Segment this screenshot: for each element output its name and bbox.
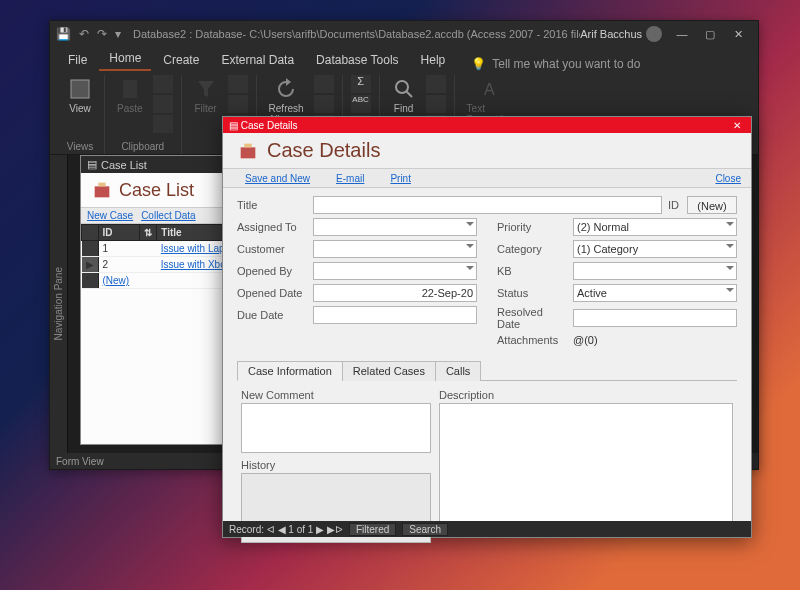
sort-asc-button[interactable] — [228, 75, 248, 93]
avatar-icon — [646, 26, 662, 42]
case-list-tab[interactable]: Case List — [101, 159, 147, 171]
col-id[interactable]: ID — [98, 225, 140, 241]
tell-me-search[interactable]: 💡Tell me what you want to do — [471, 57, 640, 71]
label-id: ID — [668, 199, 679, 211]
goto-button[interactable] — [426, 95, 446, 113]
copy-button[interactable] — [153, 95, 173, 113]
tab-help[interactable]: Help — [411, 49, 456, 71]
priority-combo[interactable]: (2) Normal — [573, 218, 737, 236]
detail-tabs: Case Information Related Cases Calls — [237, 360, 737, 381]
status-combo[interactable]: Active — [573, 284, 737, 302]
attachments-value[interactable]: @(0) — [573, 334, 737, 346]
titlebar: 💾 ↶ ↷ ▾ Database2 : Database- C:\Users\a… — [50, 21, 758, 47]
label-history: History — [241, 459, 431, 471]
svg-rect-0 — [71, 80, 89, 98]
view-button[interactable]: View — [64, 75, 96, 116]
label-kb: KB — [497, 265, 567, 277]
case-details-titlebar[interactable]: ▤ Case Details ✕ — [223, 117, 751, 133]
case-details-window: ▤ Case Details ✕ Case Details Save and N… — [222, 116, 752, 538]
close-window-button[interactable]: ✕ — [729, 120, 745, 131]
account-user[interactable]: Arif Bacchus — [580, 26, 662, 42]
resolved-date-field[interactable] — [573, 309, 737, 327]
navigation-pane-collapsed[interactable]: Navigation Pane — [50, 155, 68, 453]
label-attachments: Attachments — [497, 334, 567, 346]
label-due-date: Due Date — [237, 309, 307, 321]
redo-icon[interactable]: ↷ — [97, 27, 107, 41]
id-field: (New) — [687, 196, 737, 214]
case-icon — [91, 179, 113, 201]
find-button[interactable]: Find — [388, 75, 420, 116]
new-comment-textarea[interactable] — [241, 403, 431, 453]
cut-button[interactable] — [153, 75, 173, 93]
collect-data-link[interactable]: Collect Data — [141, 210, 195, 221]
new-record-button[interactable] — [314, 75, 334, 93]
tab-home[interactable]: Home — [99, 47, 151, 71]
lightbulb-icon: 💡 — [471, 57, 486, 71]
svg-rect-7 — [244, 143, 251, 147]
case-details-heading: Case Details — [223, 133, 751, 168]
case-icon — [237, 140, 259, 162]
label-description: Description — [439, 389, 733, 401]
label-status: Status — [497, 287, 567, 299]
label-opened-date: Opened Date — [237, 287, 307, 299]
label-category: Category — [497, 243, 567, 255]
tab-related-cases[interactable]: Related Cases — [342, 361, 436, 381]
paste-button[interactable]: Paste — [113, 75, 147, 116]
totals-button[interactable]: Σ — [351, 75, 371, 93]
label-assigned-to: Assigned To — [237, 221, 307, 233]
filter-button[interactable]: Filter — [190, 75, 222, 116]
svg-rect-4 — [95, 186, 110, 197]
title-input[interactable] — [313, 196, 662, 214]
tab-database-tools[interactable]: Database Tools — [306, 49, 409, 71]
window-title: Database2 : Database- C:\Users\arifb\Doc… — [133, 28, 580, 40]
qat-more-icon[interactable]: ▾ — [115, 27, 121, 41]
spelling-button[interactable]: ABC — [351, 95, 371, 113]
label-customer: Customer — [237, 243, 307, 255]
case-details-statusbar: Record: ᐊ ◀ 1 of 1 ▶ ▶ᐅ Filtered Search — [223, 521, 751, 537]
label-resolved-date: Resolved Date — [497, 306, 567, 330]
print-link[interactable]: Print — [378, 172, 411, 184]
label-title: Title — [237, 199, 307, 211]
close-button[interactable]: ✕ — [724, 21, 752, 47]
form-icon: ▤ — [87, 158, 97, 171]
svg-rect-6 — [241, 147, 256, 158]
tab-case-information[interactable]: Case Information — [237, 361, 343, 381]
email-link[interactable]: E-mail — [324, 172, 364, 184]
search-box[interactable]: Search — [402, 523, 448, 536]
view-mode-label: Form View — [56, 456, 104, 467]
close-form-link[interactable]: Close — [703, 172, 741, 184]
ribbon-tabs: File Home Create External Data Database … — [50, 47, 758, 71]
tab-external-data[interactable]: External Data — [211, 49, 304, 71]
opened-by-combo[interactable] — [313, 262, 477, 280]
replace-button[interactable] — [426, 75, 446, 93]
label-new-comment: New Comment — [241, 389, 431, 401]
description-textarea[interactable] — [439, 403, 733, 523]
tab-calls[interactable]: Calls — [435, 361, 481, 381]
customer-combo[interactable] — [313, 240, 477, 258]
maximize-button[interactable]: ▢ — [696, 21, 724, 47]
svg-rect-5 — [98, 183, 105, 187]
record-navigator[interactable]: Record: ᐊ ◀ 1 of 1 ▶ ▶ᐅ — [229, 524, 343, 535]
category-combo[interactable]: (1) Category — [573, 240, 737, 258]
kb-combo[interactable] — [573, 262, 737, 280]
label-priority: Priority — [497, 221, 567, 233]
tab-create[interactable]: Create — [153, 49, 209, 71]
assigned-to-combo[interactable] — [313, 218, 477, 236]
save-and-new-link[interactable]: Save and New — [233, 172, 310, 184]
tab-file[interactable]: File — [58, 49, 97, 71]
sort-desc-button[interactable] — [228, 95, 248, 113]
form-icon: ▤ — [229, 120, 238, 131]
filtered-indicator[interactable]: Filtered — [349, 523, 396, 536]
svg-text:A: A — [484, 81, 495, 98]
svg-rect-1 — [123, 80, 137, 98]
new-case-link[interactable]: New Case — [87, 210, 133, 221]
save-icon[interactable]: 💾 — [56, 27, 71, 41]
save-record-button[interactable] — [314, 95, 334, 113]
format-painter-button[interactable] — [153, 115, 173, 133]
due-date-field[interactable] — [313, 306, 477, 324]
minimize-button[interactable]: — — [668, 21, 696, 47]
undo-icon[interactable]: ↶ — [79, 27, 89, 41]
opened-date-field[interactable]: 22-Sep-20 — [313, 284, 477, 302]
label-opened-by: Opened By — [237, 265, 307, 277]
